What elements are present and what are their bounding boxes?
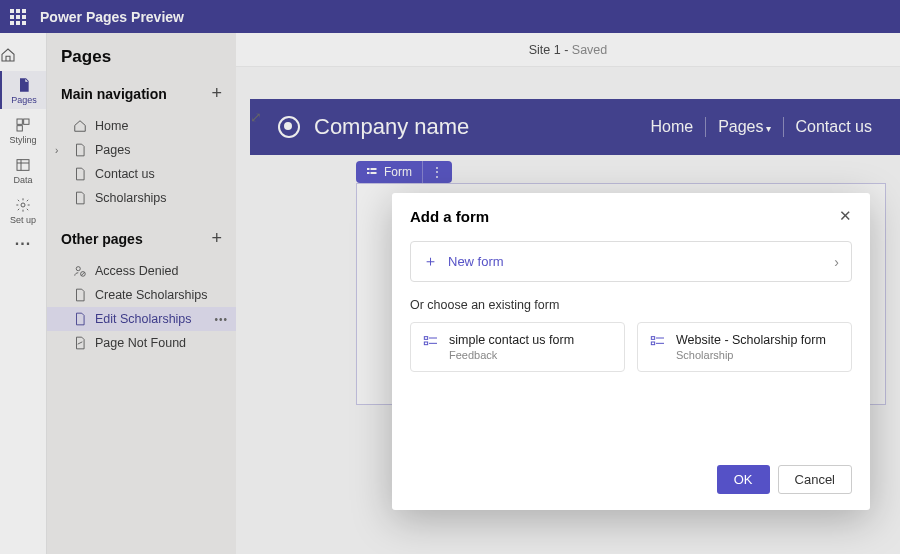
section-other-pages[interactable]: Other pages + — [47, 222, 236, 255]
rail-label: Data — [13, 175, 32, 185]
tree-item-scholarships[interactable]: Scholarships — [47, 186, 236, 210]
new-form-label: New form — [448, 254, 504, 269]
form-card-title: simple contact us form — [449, 333, 574, 347]
dialog-title: Add a form — [410, 208, 489, 225]
svg-line-10 — [78, 342, 83, 344]
svg-rect-17 — [424, 342, 427, 345]
form-card-scholarship[interactable]: Website - Scholarship form Scholarship — [637, 322, 852, 372]
form-icon — [366, 166, 378, 178]
form-icon — [423, 334, 439, 350]
plus-icon: ＋ — [423, 252, 438, 271]
tree-item-pages[interactable]: › Pages — [47, 138, 236, 162]
choose-existing-label: Or choose an existing form — [410, 298, 852, 312]
rail-label: Pages — [11, 95, 37, 105]
resize-icon[interactable]: ⤢ — [250, 109, 262, 125]
nav-home[interactable]: Home — [650, 118, 693, 136]
svg-point-6 — [21, 203, 25, 207]
site-nav: Home Pages▾ Contact us — [650, 117, 872, 137]
form-toolbar-label[interactable]: Form — [356, 161, 422, 183]
page-icon — [73, 288, 87, 302]
waffle-icon[interactable] — [10, 9, 26, 25]
main-nav-tree: Home › Pages Contact us Scholarships — [47, 110, 236, 222]
tree-label: Home — [95, 119, 128, 133]
rail-item-styling[interactable]: Styling — [0, 111, 46, 149]
rail-home[interactable] — [0, 41, 46, 69]
rail-item-setup[interactable]: Set up — [0, 191, 46, 229]
svg-line-9 — [81, 272, 85, 276]
ok-button[interactable]: OK — [717, 465, 770, 494]
svg-rect-19 — [651, 337, 654, 340]
nav-pages[interactable]: Pages▾ — [718, 118, 770, 136]
rail-item-pages[interactable]: Pages — [0, 71, 46, 109]
section-label: Other pages — [61, 231, 143, 247]
svg-rect-11 — [367, 168, 370, 170]
chevron-right-icon: › — [834, 254, 839, 270]
tree-item-access-denied[interactable]: Access Denied — [47, 259, 236, 283]
person-block-icon — [73, 264, 87, 278]
form-icon — [650, 334, 666, 350]
divider — [705, 117, 706, 137]
svg-rect-12 — [371, 168, 377, 170]
plus-icon[interactable]: + — [211, 83, 222, 104]
new-form-button[interactable]: ＋ New form › — [410, 241, 852, 282]
section-label: Main navigation — [61, 86, 167, 102]
divider — [783, 117, 784, 137]
form-toolbar-more[interactable]: ⋮ — [422, 161, 452, 183]
tree-label: Scholarships — [95, 191, 167, 205]
panel-title: Pages — [47, 47, 236, 77]
page-broken-icon — [73, 336, 87, 350]
tree-label: Edit Scholarships — [95, 312, 192, 326]
svg-rect-14 — [371, 172, 377, 174]
chevron-down-icon: ▾ — [766, 123, 771, 134]
home-icon — [73, 119, 87, 133]
page-icon — [73, 167, 87, 181]
page-icon — [73, 312, 87, 326]
add-form-dialog: Add a form ✕ ＋ New form › Or choose an e… — [392, 193, 870, 510]
form-card-sub: Scholarship — [676, 349, 826, 361]
rail-label: Styling — [9, 135, 36, 145]
more-icon[interactable]: ••• — [214, 314, 228, 325]
page-icon — [73, 191, 87, 205]
tree-label: Create Scholarships — [95, 288, 208, 302]
page-icon — [73, 143, 87, 157]
tree-item-page-not-found[interactable]: Page Not Found — [47, 331, 236, 355]
left-rail: Pages Styling Data Set up ··· — [0, 33, 47, 554]
svg-point-7 — [76, 267, 80, 271]
svg-rect-21 — [651, 342, 654, 345]
svg-rect-0 — [17, 119, 22, 124]
close-icon[interactable]: ✕ — [839, 207, 852, 225]
company-name: Company name — [314, 114, 636, 140]
svg-rect-2 — [17, 126, 22, 131]
form-card-title: Website - Scholarship form — [676, 333, 826, 347]
form-card-sub: Feedback — [449, 349, 574, 361]
svg-rect-15 — [424, 337, 427, 340]
rail-item-data[interactable]: Data — [0, 151, 46, 189]
app-topbar: Power Pages Preview — [0, 0, 900, 33]
tree-item-edit-scholarships[interactable]: Edit Scholarships ••• — [47, 307, 236, 331]
svg-rect-13 — [367, 172, 370, 174]
pages-panel: Pages Main navigation + Home › Pages Con… — [47, 33, 236, 554]
page-icon — [16, 77, 32, 93]
svg-rect-3 — [17, 160, 29, 171]
rail-more[interactable]: ··· — [15, 235, 31, 253]
chevron-right-icon[interactable]: › — [55, 145, 58, 156]
section-main-nav[interactable]: Main navigation + — [47, 77, 236, 110]
save-status: Saved — [572, 43, 607, 57]
plus-icon[interactable]: + — [211, 228, 222, 249]
nav-contact[interactable]: Contact us — [796, 118, 872, 136]
tree-item-contact[interactable]: Contact us — [47, 162, 236, 186]
form-toolbar: Form ⋮ — [356, 161, 452, 183]
company-logo-icon — [278, 116, 300, 138]
styling-icon — [15, 117, 31, 133]
tree-label: Contact us — [95, 167, 155, 181]
cancel-button[interactable]: Cancel — [778, 465, 852, 494]
form-card-contact[interactable]: simple contact us form Feedback — [410, 322, 625, 372]
tree-label: Pages — [95, 143, 130, 157]
rail-label: Set up — [10, 215, 36, 225]
tree-item-create-scholarships[interactable]: Create Scholarships — [47, 283, 236, 307]
other-pages-tree: Access Denied Create Scholarships Edit S… — [47, 255, 236, 367]
main-statusbar: Site 1 - Saved — [236, 33, 900, 67]
data-icon — [15, 157, 31, 173]
tree-item-home[interactable]: Home — [47, 114, 236, 138]
home-icon — [0, 47, 16, 63]
